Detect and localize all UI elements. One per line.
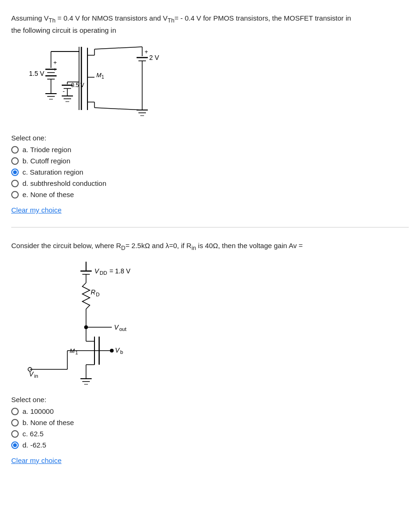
question-1: Assuming VTh = 0.4 V for NMOS transistor… [11, 8, 409, 222]
svg-text:in: in [34, 373, 38, 379]
q1-option-b-label: b. Cutoff region [22, 157, 70, 165]
q2-text: Consider the circuit below, where RD= 2.… [11, 241, 409, 253]
svg-text:-: - [63, 88, 65, 95]
q1-option-c[interactable]: c. Saturation region [11, 168, 409, 176]
q2-option-c-label: c. 62.5 [22, 430, 43, 438]
svg-line-45 [94, 47, 142, 49]
q2-circuit: V DD = 1.8 V R D V out [25, 259, 409, 387]
svg-text:0.5 V: 0.5 V [71, 82, 84, 88]
q1-option-a-label: a. Triode region [22, 146, 71, 154]
svg-line-47 [94, 108, 142, 110]
svg-text:V: V [29, 370, 34, 378]
svg-text:2 V: 2 V [149, 54, 159, 61]
q2-option-a-label: a. 100000 [22, 407, 54, 415]
q1-option-c-label: c. Saturation region [22, 168, 83, 176]
q2-option-b[interactable]: b. None of these [11, 419, 409, 426]
svg-text:+: + [145, 48, 148, 55]
svg-text:+: + [53, 59, 57, 66]
q2-circuit-svg: V DD = 1.8 V R D V out [25, 259, 166, 386]
q1-option-e-label: e. None of these [22, 191, 74, 198]
q1-option-d[interactable]: d. subthreshold conduction [11, 179, 409, 187]
q2-options-list: a. 100000 b. None of these c. 62.5 d. -6… [11, 407, 409, 449]
svg-text:V: V [114, 323, 119, 331]
q1-option-a[interactable]: a. Triode region [11, 146, 409, 154]
svg-text:1: 1 [75, 350, 78, 355]
svg-text:R: R [91, 288, 95, 296]
question-2: Consider the circuit below, where RD= 2.… [11, 236, 409, 473]
question-divider [11, 227, 409, 228]
q2-radio-d[interactable] [11, 441, 19, 449]
q1-radio-e[interactable] [11, 191, 19, 198]
q1-text: Assuming VTh = 0.4 V for NMOS transistor… [11, 13, 409, 36]
q2-radio-a[interactable] [11, 408, 19, 415]
q1-radio-c[interactable] [11, 169, 19, 176]
vb-node [110, 349, 114, 352]
svg-text:+: + [53, 66, 56, 72]
svg-rect-17 [80, 47, 86, 110]
q2-option-a[interactable]: a. 100000 [11, 407, 409, 415]
svg-text:b: b [120, 349, 123, 355]
svg-text:V: V [115, 346, 120, 354]
q2-radio-c[interactable] [11, 430, 19, 438]
q1-options-list: a. Triode region b. Cutoff region c. Sat… [11, 146, 409, 198]
q1-clear-link[interactable]: Clear my choice [11, 206, 62, 214]
q1-radio-a[interactable] [11, 146, 19, 154]
svg-text:out: out [119, 326, 126, 332]
svg-text:V: V [94, 267, 100, 275]
q1-option-b[interactable]: b. Cutoff region [11, 157, 409, 165]
q1-option-e[interactable]: e. None of these [11, 191, 409, 198]
q2-option-c[interactable]: c. 62.5 [11, 430, 409, 438]
svg-text:DD: DD [100, 270, 107, 276]
q1-radio-d[interactable] [11, 180, 19, 187]
q2-select-one-label: Select one: [11, 396, 409, 404]
q2-option-d-label: d. -62.5 [22, 441, 46, 449]
q1-radio-b[interactable] [11, 157, 19, 165]
svg-text:M: M [70, 347, 75, 354]
q2-option-b-label: b. None of these [22, 419, 74, 426]
svg-text:1: 1 [101, 74, 104, 80]
q1-select-one-label: Select one: [11, 134, 409, 142]
q2-option-d[interactable]: d. -62.5 [11, 441, 409, 449]
q2-radio-b[interactable] [11, 419, 19, 426]
q1-option-d-label: d. subthreshold conduction [22, 179, 106, 187]
svg-text:1.5 V: 1.5 V [29, 70, 44, 77]
q2-clear-link[interactable]: Clear my choice [11, 456, 62, 464]
q1-circuit: + 1.5 V + [25, 42, 409, 125]
q1-circuit-svg: + 1.5 V + [25, 42, 175, 124]
svg-text:M: M [96, 72, 101, 79]
svg-text:D: D [96, 292, 100, 297]
svg-text:= 1.8 V: = 1.8 V [109, 267, 130, 275]
